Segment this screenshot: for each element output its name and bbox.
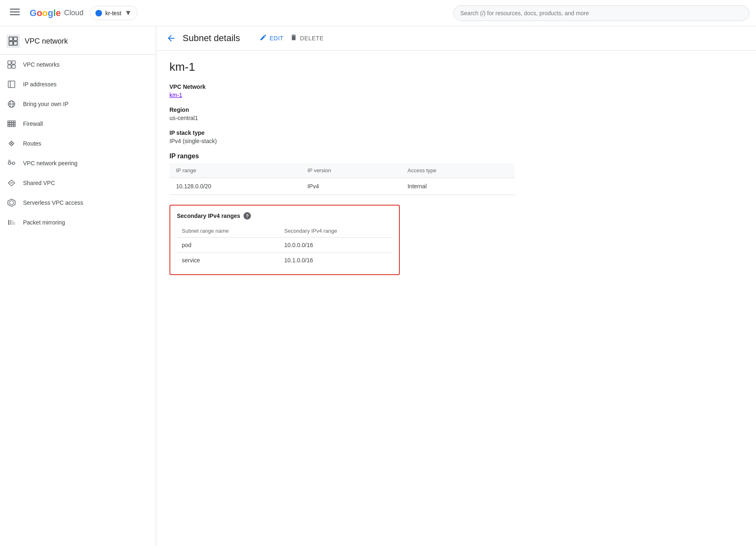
vpc-network-link[interactable]: km-1 [169, 92, 743, 98]
serverless-vpc-icon [7, 198, 16, 208]
shared-vpc-icon [7, 178, 16, 188]
region-value: us-central1 [169, 115, 743, 121]
region-label: Region [169, 106, 743, 113]
help-icon[interactable]: ? [243, 212, 251, 220]
ip-ranges-section: IP ranges IP range IP version Access typ… [169, 153, 743, 195]
svg-rect-3 [9, 37, 13, 41]
layout: VPC network VPC networks IP add [0, 26, 756, 546]
svg-rect-5 [9, 42, 13, 45]
ip-addresses-label: IP addresses [23, 81, 56, 88]
edit-label: EDIT [269, 35, 283, 42]
sidebar-item-vpc-network-peering[interactable]: VPC network peering [0, 153, 156, 173]
secondary-ipv4-header: Secondary IPv4 ranges ? [177, 212, 392, 220]
firewall-label: Firewall [23, 120, 43, 127]
firewall-icon [7, 119, 16, 129]
ip-ranges-title: IP ranges [169, 153, 743, 160]
serverless-vpc-label: Serverless VPC access [23, 199, 83, 206]
ip-stack-type-label: IP stack type [169, 130, 743, 136]
search-input[interactable] [453, 5, 749, 21]
svg-rect-1 [10, 12, 20, 13]
packet-mirroring-icon [7, 217, 16, 227]
svg-rect-8 [12, 61, 15, 64]
project-name: kr-test [105, 10, 121, 16]
secondary-ipv4-section: Secondary IPv4 ranges ? Subnet range nam… [169, 205, 400, 275]
svg-rect-6 [14, 42, 17, 45]
vpc-network-label: VPC Network [169, 83, 743, 90]
svg-rect-0 [10, 9, 20, 10]
svg-marker-32 [9, 201, 14, 205]
ip-version-value: IPv4 [301, 178, 401, 195]
access-type-value: Internal [401, 178, 515, 195]
table-row: service 10.1.0.0/16 [177, 253, 392, 268]
region-section: Region us-central1 [169, 106, 743, 121]
delete-icon [290, 34, 297, 43]
svg-rect-2 [10, 14, 20, 16]
content-header: Subnet details EDIT [156, 26, 756, 51]
project-chevron-icon: ▼ [125, 9, 132, 17]
col-ip-range: IP range [169, 163, 301, 178]
subnet-range-name-pod: pod [177, 238, 279, 253]
sidebar-item-serverless-vpc[interactable]: Serverless VPC access [0, 193, 156, 213]
sidebar-item-ip-addresses[interactable]: IP addresses [0, 74, 156, 94]
edit-icon [260, 34, 267, 43]
sidebar-item-packet-mirroring[interactable]: Packet mirroring [0, 213, 156, 232]
menu-icon[interactable] [7, 4, 23, 22]
search-bar[interactable] [453, 5, 749, 21]
ip-stack-type-section: IP stack type IPv4 (single-stack) [169, 130, 743, 144]
edit-button[interactable]: EDIT [260, 34, 283, 43]
svg-point-25 [12, 162, 15, 164]
svg-rect-9 [8, 65, 11, 68]
vpc-networks-label: VPC networks [23, 61, 60, 68]
shared-vpc-label: Shared VPC [23, 180, 55, 186]
ip-addresses-icon [7, 79, 16, 89]
secondary-ipv4-range-service: 10.1.0.0/16 [279, 253, 392, 268]
svg-point-24 [8, 162, 11, 164]
vpc-peering-icon [7, 158, 16, 168]
col-secondary-ipv4-range: Secondary IPv4 range [279, 224, 392, 238]
col-subnet-range-name: Subnet range name [177, 224, 279, 238]
vpc-network-section: VPC Network km-1 [169, 83, 743, 98]
vpc-networks-icon [7, 60, 16, 69]
sidebar-item-routes[interactable]: Routes [0, 134, 156, 153]
main-content: Subnet details EDIT [156, 26, 756, 546]
routes-icon [7, 139, 16, 148]
secondary-ipv4-range-pod: 10.0.0.0/16 [279, 238, 392, 253]
google-cloud-logo: Google Cloud [30, 8, 83, 19]
sidebar-header: VPC network [0, 26, 156, 55]
project-dot [95, 10, 102, 16]
project-selector[interactable]: kr-test ▼ [90, 6, 137, 20]
sidebar-item-firewall[interactable]: Firewall [0, 114, 156, 134]
bring-own-ip-label: Bring your own IP [23, 101, 69, 107]
vpc-network-icon [7, 35, 20, 48]
sidebar-item-shared-vpc[interactable]: Shared VPC [0, 173, 156, 193]
content-body: km-1 VPC Network km-1 Region us-central1… [156, 51, 756, 285]
delete-label: DELETE [300, 35, 323, 42]
svg-point-27 [9, 160, 10, 162]
topbar: Google Cloud kr-test ▼ [0, 0, 756, 26]
back-button[interactable] [166, 33, 176, 43]
page-title: Subnet details [183, 33, 240, 44]
svg-marker-31 [8, 199, 15, 206]
sidebar-title: VPC network [25, 37, 68, 46]
sidebar-item-vpc-networks[interactable]: VPC networks [0, 55, 156, 74]
sidebar: VPC network VPC networks IP add [0, 26, 156, 546]
secondary-ipv4-table: Subnet range name Secondary IPv4 range p… [177, 224, 392, 268]
routes-label: Routes [23, 140, 41, 147]
vpc-peering-label: VPC network peering [23, 160, 77, 167]
col-ip-version: IP version [301, 163, 401, 178]
packet-mirroring-label: Packet mirroring [23, 219, 65, 226]
subnet-range-name-service: service [177, 253, 279, 268]
svg-rect-10 [12, 65, 15, 68]
sidebar-item-bring-your-own-ip[interactable]: Bring your own IP [0, 94, 156, 114]
svg-rect-4 [14, 37, 17, 41]
subnet-name: km-1 [169, 60, 743, 74]
table-row: 10.128.0.0/20 IPv4 Internal [169, 178, 515, 195]
bring-own-ip-icon [7, 99, 16, 109]
table-row: pod 10.0.0.0/16 [177, 238, 392, 253]
svg-rect-11 [8, 81, 15, 88]
delete-button[interactable]: DELETE [290, 34, 323, 43]
col-access-type: Access type [401, 163, 515, 178]
ip-ranges-table: IP range IP version Access type 10.128.0… [169, 163, 515, 195]
ip-stack-type-value: IPv4 (single-stack) [169, 138, 743, 144]
secondary-ipv4-title: Secondary IPv4 ranges [177, 213, 240, 219]
